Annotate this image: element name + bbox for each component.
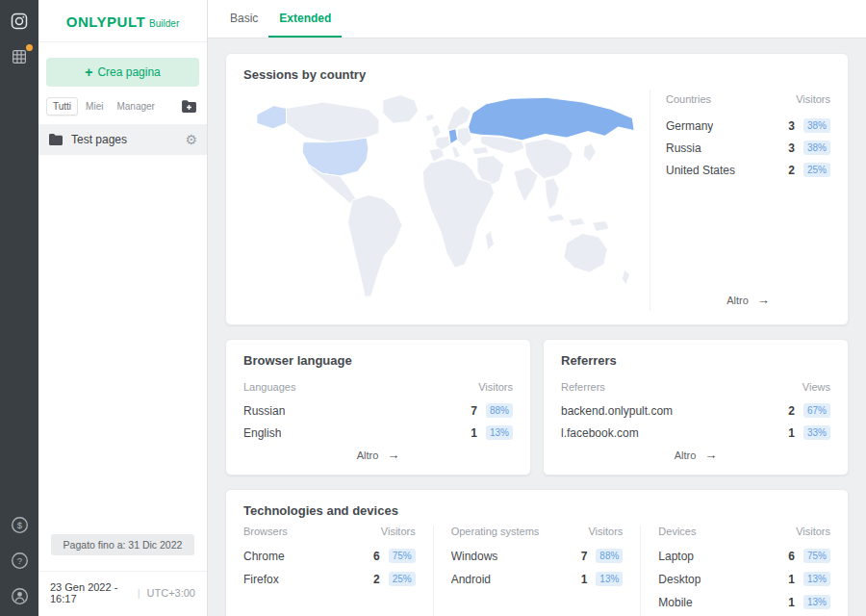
row-value: 6: [787, 550, 795, 563]
row-values: 3 38%: [787, 141, 830, 155]
col-visitors: Visitors: [478, 381, 513, 393]
row-label: English: [243, 426, 281, 440]
table-row: Germany 3 38%: [666, 118, 830, 133]
builder-grid-icon[interactable]: [9, 46, 30, 67]
arrow-right-icon: →: [387, 448, 399, 462]
country-united-kingdom[interactable]: [432, 124, 441, 139]
percent-badge: 33%: [803, 425, 830, 440]
country-indonesia-east[interactable]: [569, 218, 586, 226]
folder-test-pages[interactable]: Test pages ⚙: [38, 124, 207, 155]
filter-tab-manager[interactable]: Manager: [111, 98, 160, 115]
account-icon[interactable]: [9, 585, 30, 606]
row-value: 1: [787, 596, 795, 609]
country-russia[interactable]: [469, 97, 634, 141]
help-icon[interactable]: ?: [9, 550, 30, 571]
country-australia[interactable]: [564, 233, 607, 272]
country-southeast-asia[interactable]: [545, 178, 559, 210]
row-value: 1: [579, 573, 587, 586]
altro-link[interactable]: Altro →: [561, 448, 830, 466]
col-visitors: Visitors: [796, 93, 830, 105]
pages-filter-row: Tutti Miei Manager: [38, 87, 207, 124]
add-folder-icon[interactable]: [181, 99, 197, 114]
row-values: 7 88%: [470, 403, 513, 418]
world-map[interactable]: [243, 90, 650, 311]
pages-filter-tabs: Tutti Miei Manager: [46, 97, 161, 116]
table-row: Desktop 1 13%: [658, 572, 830, 586]
percent-badge: 88%: [596, 549, 623, 563]
country-italy[interactable]: [451, 145, 460, 158]
percent-badge: 13%: [803, 595, 830, 609]
gear-icon[interactable]: ⚙: [185, 132, 197, 147]
row-value: 1: [787, 426, 795, 440]
altro-link[interactable]: Altro →: [666, 293, 830, 311]
row-values: 3 38%: [787, 118, 830, 133]
analytics-content: Sessions by country: [208, 38, 866, 616]
table-row: Laptop 6 75%: [658, 549, 830, 563]
row-values: 1 13%: [579, 572, 623, 586]
divider: |: [138, 587, 140, 599]
add-folder-icon-svg: [181, 99, 197, 114]
col-views: Views: [802, 381, 830, 393]
timezone: UTC+3:00: [147, 587, 195, 599]
country-germany[interactable]: [448, 129, 457, 144]
col-visitors: Visitors: [381, 526, 416, 537]
country-south-america[interactable]: [347, 194, 402, 296]
notification-dot: [26, 44, 33, 51]
country-madagascar[interactable]: [485, 231, 494, 250]
table-row: English 1 13%: [243, 425, 513, 440]
percent-badge: 38%: [803, 141, 830, 155]
country-alaska[interactable]: [257, 106, 287, 129]
country-greenland[interactable]: [383, 95, 419, 124]
card-title: Sessions by country: [243, 67, 830, 82]
filter-tab-miei[interactable]: Miei: [80, 98, 109, 115]
row-values: 7 88%: [579, 549, 623, 563]
brand-name: ONLYPULT: [66, 13, 145, 30]
percent-badge: 13%: [803, 572, 830, 586]
row-label: Android: [451, 573, 491, 586]
col-referrers: Referrers: [561, 381, 605, 393]
tab-basic[interactable]: Basic: [219, 12, 268, 38]
row-values: 2 25%: [787, 163, 830, 177]
country-canada[interactable]: [287, 102, 379, 142]
altro-label: Altro: [726, 295, 749, 306]
row-values: 1 13%: [787, 595, 830, 609]
arrow-right-icon: →: [757, 293, 770, 307]
row-value: 1: [470, 426, 477, 440]
icon-sidebar-bottom: $ ?: [9, 514, 30, 606]
country-japan[interactable]: [583, 143, 596, 162]
camera-icon-svg: [10, 12, 29, 31]
card-title: Referrers: [561, 353, 830, 368]
country-turkey[interactable]: [471, 146, 489, 154]
percent-badge: 25%: [803, 163, 830, 177]
billing-icon[interactable]: $: [9, 514, 30, 535]
row-label: l.facebook.com: [561, 426, 639, 440]
table-header: Browsers Visitors: [243, 526, 416, 537]
table-header: Countries Visitors: [666, 93, 830, 105]
country-indonesia-west[interactable]: [547, 214, 565, 222]
camera-icon[interactable]: [9, 11, 30, 32]
row-value: 1: [787, 573, 795, 586]
create-page-button[interactable]: + Crea pagina: [46, 58, 199, 87]
folder-label: Test pages: [71, 133, 127, 146]
tab-extended[interactable]: Extended: [268, 12, 342, 38]
arrow-right-icon: →: [704, 448, 717, 462]
table-row: Russian 7 88%: [243, 403, 513, 418]
altro-link[interactable]: Altro →: [243, 448, 513, 466]
row-value: 3: [787, 141, 795, 155]
row-value: 2: [372, 573, 380, 586]
country-new-guinea[interactable]: [593, 220, 610, 231]
svg-text:?: ?: [16, 555, 21, 566]
altro-label: Altro: [357, 449, 379, 461]
country-iceland[interactable]: [425, 114, 434, 121]
country-india[interactable]: [514, 167, 538, 202]
row-label: Germany: [666, 119, 713, 133]
filter-tab-tutti[interactable]: Tutti: [46, 97, 78, 116]
country-new-zealand[interactable]: [622, 270, 629, 285]
svg-text:$: $: [16, 520, 22, 530]
table-header: Languages Visitors: [243, 381, 513, 393]
technologies-columns: Browsers Visitors Chrome 6 75% Firefox: [243, 526, 830, 616]
sessions-body: Countries Visitors Germany 3 38% Russia: [243, 90, 830, 311]
col-visitors: Visitors: [588, 526, 623, 537]
row-label: Windows: [451, 550, 498, 563]
table-row: l.facebook.com 1 33%: [561, 425, 830, 440]
